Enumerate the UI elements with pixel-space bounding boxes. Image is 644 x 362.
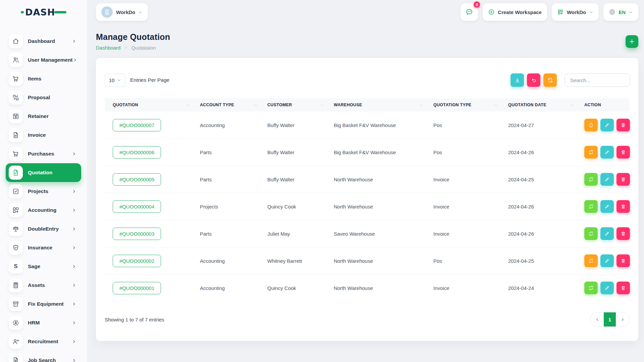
warehouse-cell: Big Basket F&V Warehouse (326, 112, 425, 139)
sidebar-item-items[interactable]: Items (6, 69, 81, 88)
sidebar-item-insurance[interactable]: Insurance (6, 238, 81, 257)
chevron-right-icon (72, 283, 76, 288)
sidebar-item-quotation[interactable]: Quotation (6, 163, 81, 182)
reset-button[interactable] (527, 73, 540, 87)
sidebar-item-invoice[interactable]: Invoice (6, 126, 81, 144)
quotation-number-link[interactable]: #QUOO000006 (113, 146, 161, 159)
language-selector[interactable]: EN (603, 3, 638, 21)
pagination-prev-button[interactable] (590, 312, 604, 327)
action-cell (576, 193, 630, 220)
sidebar-item-doubleentry[interactable]: DoubleEntry (6, 220, 81, 238)
sidebar-item-proposal[interactable]: Proposal (6, 88, 81, 107)
warehouse-cell: North Warehouse (326, 247, 425, 275)
delete-button[interactable] (616, 146, 630, 159)
quotation-number-link[interactable]: #QUOO000005 (113, 173, 161, 186)
logo-text: DASH (25, 7, 55, 17)
quotation-type-cell: Invoice (425, 193, 500, 220)
convert-button[interactable] (584, 254, 598, 267)
brand-logo[interactable]: DASH (0, 0, 87, 24)
sort-icon[interactable]: ↑↓ (420, 103, 423, 107)
sort-icon[interactable]: ↑↓ (186, 103, 189, 107)
create-workspace-button[interactable]: Create Workspace (483, 3, 547, 21)
sidebar-item-label: Invoice (28, 132, 46, 138)
sort-icon[interactable]: ↑↓ (254, 103, 257, 107)
sidebar-item-label: Quotation (28, 170, 52, 176)
messages-button[interactable]: 0 (461, 3, 478, 21)
pagination-next-button[interactable] (616, 312, 629, 327)
sidebar-item-assets[interactable]: Assets (6, 276, 81, 295)
entries-per-page-select[interactable]: 10 (105, 73, 125, 87)
sidebar-item-user-management[interactable]: User Management (6, 51, 81, 69)
sidebar-item-purchases[interactable]: Purchases (6, 144, 81, 163)
sidebar-item-accounting[interactable]: Accounting (6, 201, 81, 220)
customer-cell: Whitney Barrett (259, 247, 326, 275)
warehouse-cell: North Warehouse (326, 193, 425, 220)
sidebar-item-retainer[interactable]: Retainer (6, 107, 81, 126)
table-row: #QUOO000001AccountingQuincy CookNorth Wa… (105, 275, 630, 302)
convert-button[interactable] (584, 146, 598, 159)
workspace-selector[interactable]: WorkDo (96, 3, 148, 21)
quotation-number-link[interactable]: #QUOO000003 (113, 228, 161, 240)
sidebar-item-label: Purchases (28, 151, 54, 157)
customer-cell: Quincy Cook (259, 193, 326, 220)
delete-button[interactable] (616, 200, 630, 213)
sidebar-item-job-search[interactable]: Job Search (6, 351, 81, 362)
pagination-page-1[interactable]: 1 (604, 312, 616, 327)
edit-button[interactable] (600, 254, 614, 267)
sidebar-item-hrm[interactable]: HRM (6, 313, 81, 332)
convert-button[interactable] (584, 227, 598, 240)
sidebar-item-recruitment[interactable]: Recruitment (6, 332, 81, 351)
column-header-label: ACCOUNT TYPE (200, 103, 234, 107)
edit-button[interactable] (600, 119, 614, 131)
column-header-quotation-type[interactable]: QUOTATION TYPE↑↓ (425, 98, 500, 112)
chevron-down-icon (589, 10, 593, 14)
edit-button[interactable] (600, 173, 614, 186)
sidebar-item-label: Insurance (28, 245, 52, 251)
sidebar-item-dashboard[interactable]: Dashboard (6, 32, 81, 51)
edit-button[interactable] (600, 200, 614, 213)
convert-button[interactable] (584, 173, 598, 186)
quotation-number-link[interactable]: #QUOO000001 (113, 282, 161, 294)
chevron-right-icon (621, 317, 625, 322)
customer-cell: Juliet May (259, 220, 326, 247)
table-head: QUOTATION↑↓ACCOUNT TYPE↑↓CUSTOMER↑↓WAREH… (105, 98, 630, 112)
refresh-button[interactable] (543, 73, 557, 87)
export-button[interactable] (511, 73, 524, 87)
search-input[interactable] (565, 73, 630, 87)
delete-button[interactable] (616, 119, 630, 131)
sidebar-item-projects[interactable]: Projects (6, 182, 81, 201)
sort-icon[interactable]: ↑↓ (495, 103, 497, 107)
delete-button[interactable] (616, 173, 630, 186)
convert-button[interactable] (584, 282, 598, 294)
scale-icon (9, 222, 23, 236)
breadcrumb-dashboard-link[interactable]: Dashboard (96, 45, 120, 51)
column-header-account-type[interactable]: ACCOUNT TYPE↑↓ (192, 98, 259, 112)
column-header-quotation[interactable]: QUOTATION↑↓ (105, 98, 192, 112)
edit-button[interactable] (600, 282, 614, 294)
quotation-type-cell: Pos (425, 139, 500, 166)
sidebar-item-label: Sage (28, 263, 40, 269)
sidebar-item-fix-equipment[interactable]: Fix Equipment (6, 295, 81, 313)
column-header-customer[interactable]: CUSTOMER↑↓ (259, 98, 326, 112)
quotation-number-link[interactable]: #QUOO000004 (113, 200, 161, 213)
edit-button[interactable] (600, 146, 614, 159)
action-cell (576, 247, 630, 275)
account-type-cell: Accounting (192, 112, 259, 139)
workdo-menu-button[interactable]: WorkDo (552, 3, 599, 21)
sort-icon[interactable]: ↑↓ (571, 103, 574, 107)
delete-button[interactable] (616, 254, 630, 267)
delete-button[interactable] (616, 227, 630, 240)
sidebar-item-sage[interactable]: SSage (6, 257, 81, 276)
delete-button[interactable] (616, 282, 630, 294)
chevron-right-icon (72, 358, 76, 362)
column-header-quotation-date[interactable]: QUOTATION DATE↑↓ (500, 98, 576, 112)
view-file-button[interactable] (584, 119, 598, 131)
action-cell (576, 139, 630, 166)
create-quotation-button[interactable] (626, 35, 638, 48)
column-header-warehouse[interactable]: WAREHOUSE↑↓ (326, 98, 425, 112)
convert-button[interactable] (584, 200, 598, 213)
edit-button[interactable] (600, 227, 614, 240)
quotation-number-link[interactable]: #QUOO000002 (113, 255, 161, 267)
sort-icon[interactable]: ↑↓ (320, 103, 323, 107)
quotation-number-link[interactable]: #QUOO000007 (113, 119, 161, 131)
